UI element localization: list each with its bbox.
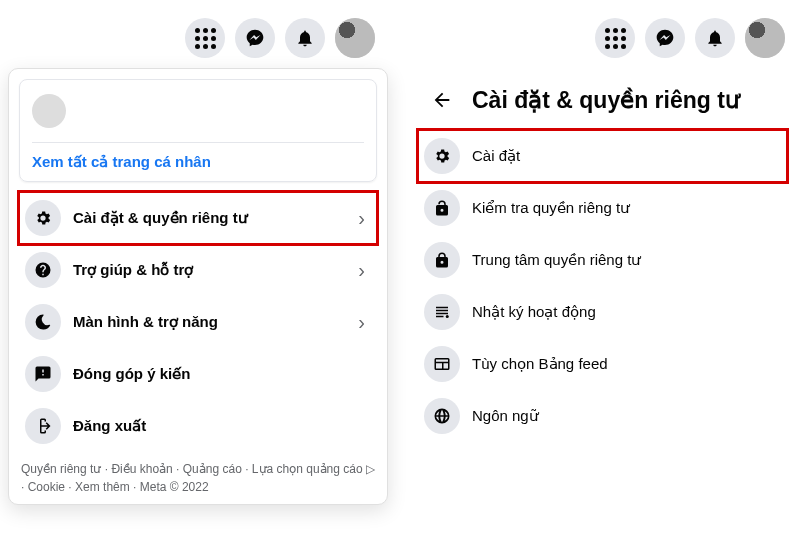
account-menu-list: Cài đặt & quyền riêng tư›Trợ giúp & hỗ t…: [19, 192, 377, 452]
notifications-icon[interactable]: [285, 18, 325, 58]
menu-item-label: Cài đặt: [472, 147, 781, 165]
menu-item-gear[interactable]: Cài đặt: [418, 130, 787, 182]
gear-icon: [424, 138, 460, 174]
profile-row[interactable]: [32, 94, 364, 128]
menu-item-question[interactable]: Trợ giúp & hỗ trợ›: [19, 244, 377, 296]
globe-icon: [424, 398, 460, 434]
question-icon: [25, 252, 61, 288]
svg-point-0: [446, 315, 449, 318]
menu-item-label: Nhật ký hoạt động: [472, 303, 781, 321]
feed-icon: [424, 346, 460, 382]
menu-item-gear[interactable]: Cài đặt & quyền riêng tư›: [19, 192, 377, 244]
menu-item-moon[interactable]: Màn hình & trợ năng›: [19, 296, 377, 348]
chevron-right-icon: ›: [358, 311, 371, 334]
apps-icon[interactable]: [185, 18, 225, 58]
menu-item-lock[interactable]: Trung tâm quyền riêng tư: [418, 234, 787, 286]
footer-links: Quyền riêng tưĐiều khoảnQuảng cáoLựa chọ…: [19, 460, 377, 496]
footer-link[interactable]: Lựa chọn quảng cáo: [252, 462, 363, 476]
menu-item-logout[interactable]: Đăng xuất: [19, 400, 377, 452]
avatar-icon[interactable]: [745, 18, 785, 58]
menu-item-label: Trợ giúp & hỗ trợ: [73, 261, 346, 279]
avatar-icon[interactable]: [335, 18, 375, 58]
footer-link[interactable]: Cookie: [28, 480, 65, 494]
see-all-profiles-link[interactable]: Xem tất cả trang cá nhân: [32, 153, 364, 171]
topbar-right: [595, 18, 785, 58]
menu-item-feed[interactable]: Tùy chọn Bảng feed: [418, 338, 787, 390]
menu-item-label: Đóng góp ý kiến: [73, 365, 371, 383]
menu-item-activity[interactable]: Nhật ký hoạt động: [418, 286, 787, 338]
unlock-icon: [424, 190, 460, 226]
menu-item-label: Cài đặt & quyền riêng tư: [73, 209, 346, 227]
footer-meta: Meta © 2022: [140, 480, 209, 494]
apps-icon[interactable]: [595, 18, 635, 58]
menu-item-label: Tùy chọn Bảng feed: [472, 355, 781, 373]
feedback-icon: [25, 356, 61, 392]
back-button[interactable]: [424, 82, 460, 118]
chevron-right-icon: ›: [358, 259, 371, 282]
menu-item-label: Trung tâm quyền riêng tư: [472, 251, 781, 269]
footer-link[interactable]: Xem thêm: [75, 480, 130, 494]
avatar-icon: [32, 94, 66, 128]
profile-switcher: Xem tất cả trang cá nhân: [19, 79, 377, 182]
menu-item-unlock[interactable]: Kiểm tra quyền riêng tư: [418, 182, 787, 234]
footer-link[interactable]: Điều khoản: [111, 462, 172, 476]
settings-privacy-panel: Cài đặt & quyền riêng tư Cài đặtKiểm tra…: [410, 72, 795, 448]
topbar-left: [185, 18, 375, 58]
menu-item-globe[interactable]: Ngôn ngữ: [418, 390, 787, 442]
menu-item-label: Đăng xuất: [73, 417, 371, 435]
arrow-left-icon: [431, 89, 453, 111]
menu-item-label: Màn hình & trợ năng: [73, 313, 346, 331]
logout-icon: [25, 408, 61, 444]
messenger-icon[interactable]: [235, 18, 275, 58]
lock-icon: [424, 242, 460, 278]
menu-item-feedback[interactable]: Đóng góp ý kiến: [19, 348, 377, 400]
menu-item-label: Kiểm tra quyền riêng tư: [472, 199, 781, 217]
messenger-icon[interactable]: [645, 18, 685, 58]
activity-icon: [424, 294, 460, 330]
settings-menu-list: Cài đặtKiểm tra quyền riêng tưTrung tâm …: [418, 130, 787, 442]
notifications-icon[interactable]: [695, 18, 735, 58]
panel-header: Cài đặt & quyền riêng tư: [418, 78, 787, 130]
gear-icon: [25, 200, 61, 236]
adchoices-icon: ▷: [363, 462, 375, 476]
footer-link[interactable]: Quyền riêng tư: [21, 462, 101, 476]
panel-title: Cài đặt & quyền riêng tư: [472, 87, 740, 114]
footer-link[interactable]: Quảng cáo: [183, 462, 242, 476]
menu-item-label: Ngôn ngữ: [472, 407, 781, 425]
moon-icon: [25, 304, 61, 340]
chevron-right-icon: ›: [358, 207, 371, 230]
account-menu: Xem tất cả trang cá nhân Cài đặt & quyền…: [8, 68, 388, 505]
